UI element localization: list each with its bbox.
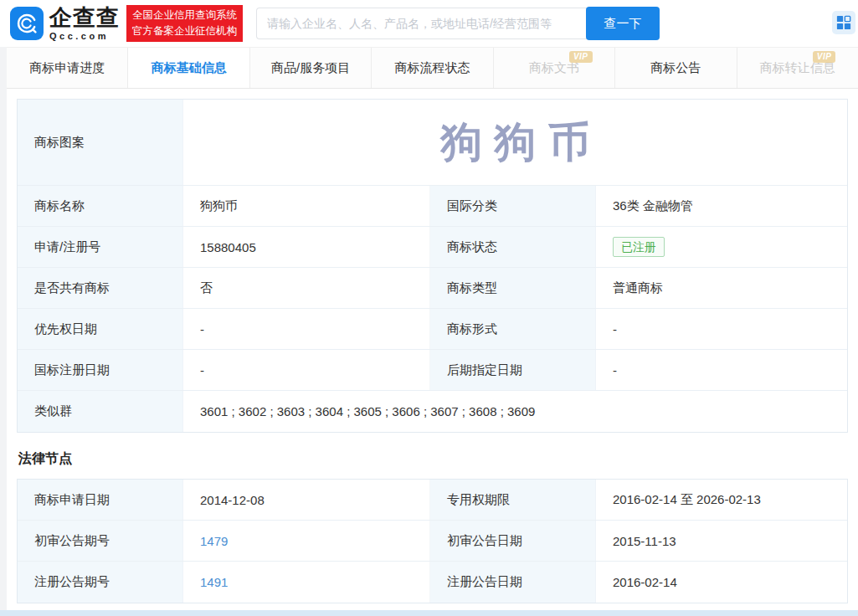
row-value: 2016-02-14 (596, 562, 847, 603)
tab-transfer-info[interactable]: 商标转让信息 VIP (737, 48, 858, 88)
bottom-divider (0, 610, 858, 616)
page-gutter (0, 47, 7, 616)
site-header: 企查查 Qcc.com 全国企业信用查询系统 官方备案企业征信机构 查一下 应用 (0, 0, 858, 47)
tab-process-status[interactable]: 商标流程状态 (372, 48, 493, 88)
logo-domain: Qcc.com (49, 32, 120, 41)
row-label: 是否共有商标 (18, 268, 183, 308)
row-value: - (183, 309, 430, 349)
row-label: 类似群 (18, 391, 183, 432)
table-row: 商标名称 狗狗币 国际分类 36类 金融物管 (18, 186, 847, 227)
vip-badge: VIP (813, 51, 836, 63)
table-row: 是否共有商标 否 商标类型 普通商标 (18, 268, 847, 309)
row-value: 1479 (183, 521, 430, 561)
table-row: 申请/注册号 15880405 商标状态 已注册 (18, 227, 847, 268)
table-row: 商标图案 狗狗币 (18, 100, 847, 186)
row-value: 普通商标 (596, 268, 847, 308)
basic-info-table: 商标图案 狗狗币 商标名称 狗狗币 国际分类 36类 金融物管 申请/注册号 1… (17, 99, 848, 433)
row-label: 商标类型 (430, 268, 596, 308)
search-bar: 查一下 (256, 7, 660, 40)
tab-goods-services[interactable]: 商品/服务项目 (250, 48, 372, 88)
badge-line-1: 全国企业信用查询系统 (132, 8, 237, 23)
tab-trademark-documents[interactable]: 商标文书 VIP (494, 48, 615, 88)
row-value: 2016-02-14 至 2026-02-13 (596, 480, 847, 520)
row-value: 否 (183, 268, 430, 308)
gazette-issue-link[interactable]: 1479 (200, 534, 228, 548)
apps-entry-button[interactable]: 应用 (832, 11, 858, 34)
row-value: - (596, 350, 847, 390)
row-label: 注册公告期号 (18, 562, 183, 603)
qcc-logo[interactable]: 企查查 Qcc.com (10, 7, 120, 41)
row-value: 36类 金融物管 (596, 186, 847, 226)
table-row: 初审公告期号 1479 初审公告日期 2015-11-13 (18, 521, 847, 562)
row-value: - (183, 350, 430, 390)
row-value: - (596, 309, 847, 349)
table-row: 注册公告期号 1491 注册公告日期 2016-02-14 (18, 562, 847, 603)
search-input[interactable] (256, 8, 588, 39)
search-button[interactable]: 查一下 (586, 7, 660, 40)
trademark-image: 狗狗币 (183, 100, 847, 185)
table-row: 优先权日期 - 商标形式 - (18, 309, 847, 350)
row-label: 后期指定日期 (430, 350, 596, 390)
row-label: 初审公告日期 (430, 521, 596, 561)
row-value: 15880405 (183, 227, 430, 267)
row-label: 商标图案 (18, 100, 183, 185)
row-label: 申请/注册号 (18, 227, 183, 267)
row-label: 注册公告日期 (430, 562, 596, 603)
tab-application-progress[interactable]: 商标申请进度 (7, 48, 128, 88)
status-badge-registered: 已注册 (613, 237, 665, 258)
row-value: 2014-12-08 (183, 480, 430, 520)
basic-info-panel: 商标图案 狗狗币 商标名称 狗狗币 国际分类 36类 金融物管 申请/注册号 1… (7, 89, 858, 603)
row-value: 2015-11-13 (596, 521, 847, 561)
row-label: 国标注册日期 (18, 350, 183, 390)
legal-nodes-table: 商标申请日期 2014-12-08 专用权期限 2016-02-14 至 202… (17, 479, 848, 603)
apps-grid-icon (832, 11, 855, 34)
row-label: 初审公告期号 (18, 521, 183, 561)
badge-line-2: 官方备案企业征信机构 (132, 23, 237, 39)
gazette-issue-link[interactable]: 1491 (200, 575, 228, 589)
row-label: 商标名称 (18, 186, 183, 226)
row-label: 商标形式 (430, 309, 596, 349)
table-row: 类似群 3601 ; 3602 ; 3603 ; 3604 ; 3605 ; 3… (18, 391, 847, 432)
row-label: 专用权期限 (430, 480, 596, 520)
row-value: 1491 (183, 562, 430, 603)
row-label: 国际分类 (430, 186, 596, 226)
table-row: 商标申请日期 2014-12-08 专用权期限 2016-02-14 至 202… (18, 480, 847, 521)
tab-trademark-gazette[interactable]: 商标公告 (615, 48, 737, 88)
row-value: 已注册 (596, 227, 847, 267)
legal-nodes-title: 法律节点 (18, 450, 848, 468)
official-certification-badge: 全国企业信用查询系统 官方备案企业征信机构 (126, 5, 243, 43)
qcc-logo-icon (10, 7, 44, 40)
vip-badge: VIP (569, 51, 593, 63)
logo-name: 企查查 (49, 7, 120, 29)
tab-basic-info[interactable]: 商标基础信息 (128, 48, 249, 88)
trademark-tabbar: 商标申请进度 商标基础信息 商品/服务项目 商标流程状态 商标文书 VIP 商标… (7, 47, 858, 89)
row-label: 优先权日期 (18, 309, 183, 349)
row-label: 商标状态 (430, 227, 596, 267)
row-value: 3601 ; 3602 ; 3603 ; 3604 ; 3605 ; 3606 … (183, 391, 847, 432)
table-row: 国标注册日期 - 后期指定日期 - (18, 350, 847, 391)
row-value: 狗狗币 (183, 186, 430, 226)
row-label: 商标申请日期 (18, 480, 183, 520)
